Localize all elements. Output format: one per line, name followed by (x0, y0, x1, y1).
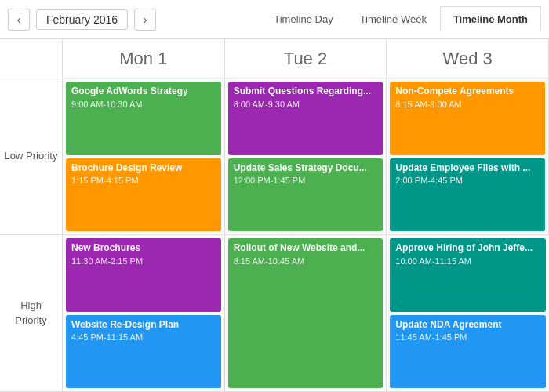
month-display: February 2016 (36, 9, 128, 30)
event-website-redesign[interactable]: Website Re-Design Plan 4:45 PM-11:15 AM (66, 315, 221, 389)
calendar-header: ‹ February 2016 › Timeline Day Timeline … (0, 0, 549, 39)
event-time: 9:00 AM-10:30 AM (71, 100, 216, 109)
cell-high-mon: New Brochures 11:30 AM-2:15 PM Website R… (63, 235, 225, 392)
event-time: 1:15 PM-4:15 PM (71, 176, 216, 185)
event-time: 8:15 AM-9:00 AM (395, 100, 540, 109)
calendar-grid: Mon 1 Tue 2 Wed 3 Low Priority Google Ad… (0, 39, 549, 392)
event-title: Update Sales Strategy Docu... (234, 162, 378, 175)
event-title: Approve Hiring of John Jeffe... (395, 242, 540, 255)
day-header-mon: Mon 1 (63, 39, 225, 78)
event-title: Website Re-Design Plan (71, 319, 216, 332)
event-submit-questions[interactable]: Submit Questions Regarding... 8:00 AM-9:… (228, 82, 384, 155)
cell-low-wed: Non-Compete Agreements 8:15 AM-9:00 AM U… (387, 78, 549, 235)
event-update-nda[interactable]: Update NDA Agreement 11:45 AM-1:45 PM (390, 315, 546, 389)
event-time: 10:00 AM-11:15 AM (395, 256, 540, 266)
event-title: Non-Compete Agreements (395, 85, 540, 98)
event-time: 8:00 AM-9:30 AM (234, 100, 378, 109)
row-label-low-priority: Low Priority (0, 78, 63, 235)
row-label-high-priority: High Priority (0, 235, 63, 392)
event-new-brochures[interactable]: New Brochures 11:30 AM-2:15 PM (66, 238, 221, 312)
next-button[interactable]: › (134, 9, 156, 31)
event-title: Brochure Design Review (71, 162, 216, 175)
event-time: 2:00 PM-4:45 PM (395, 176, 540, 185)
event-time: 11:30 AM-2:15 PM (71, 256, 216, 266)
event-time: 4:45 PM-11:15 AM (71, 332, 216, 342)
cell-high-tue: Rollout of New Website and... 8:15 AM-10… (225, 235, 387, 392)
day-header-tue: Tue 2 (225, 39, 387, 78)
event-non-compete[interactable]: Non-Compete Agreements 8:15 AM-9:00 AM (390, 82, 545, 155)
cell-low-mon: Google AdWords Strategy 9:00 AM-10:30 AM… (63, 78, 225, 235)
tab-timeline-month[interactable]: Timeline Month (440, 6, 541, 32)
event-title: Submit Questions Regarding... (234, 85, 378, 98)
day-header-wed: Wed 3 (387, 39, 549, 78)
event-google-adwords[interactable]: Google AdWords Strategy 9:00 AM-10:30 AM (66, 82, 221, 155)
event-title: New Brochures (71, 242, 216, 255)
event-title: Google AdWords Strategy (71, 85, 216, 98)
tab-timeline-week[interactable]: Timeline Week (347, 6, 440, 32)
view-tabs: Timeline Day Timeline Week Timeline Mont… (260, 6, 541, 32)
corner-header (0, 39, 63, 78)
event-time: 8:15 AM-10:45 AM (234, 256, 378, 266)
event-update-employee[interactable]: Update Employee Files with ... 2:00 PM-4… (390, 158, 545, 232)
event-brochure-design[interactable]: Brochure Design Review 1:15 PM-4:15 PM (66, 158, 221, 232)
event-title: Rollout of New Website and... (234, 242, 378, 255)
prev-button[interactable]: ‹ (8, 9, 30, 31)
event-rollout[interactable]: Rollout of New Website and... 8:15 AM-10… (228, 238, 384, 388)
event-approve-hiring[interactable]: Approve Hiring of John Jeffe... 10:00 AM… (390, 238, 546, 312)
cell-high-wed: Approve Hiring of John Jeffe... 10:00 AM… (387, 235, 549, 392)
event-title: Update NDA Agreement (395, 319, 540, 332)
event-time: 11:45 AM-1:45 PM (395, 332, 540, 342)
event-update-sales[interactable]: Update Sales Strategy Docu... 12:00 PM-1… (228, 158, 384, 232)
cell-low-tue: Submit Questions Regarding... 8:00 AM-9:… (225, 78, 387, 235)
tab-timeline-day[interactable]: Timeline Day (260, 6, 346, 32)
nav-section: ‹ February 2016 › (8, 9, 156, 31)
event-title: Update Employee Files with ... (395, 162, 540, 175)
event-time: 12:00 PM-1:45 PM (234, 176, 378, 185)
